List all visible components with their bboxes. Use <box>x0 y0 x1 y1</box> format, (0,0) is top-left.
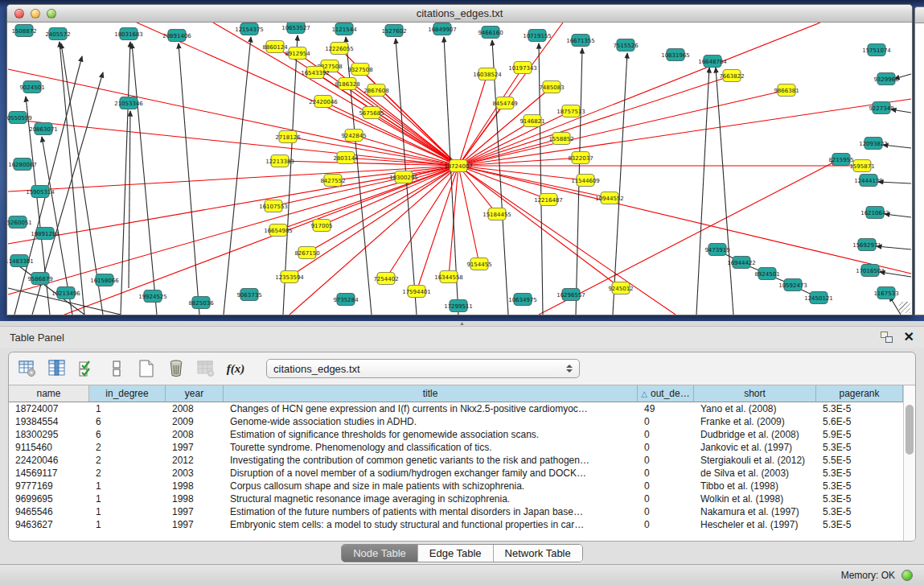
graph-node[interactable]: 17299511 <box>444 300 473 312</box>
merge-rows-icon[interactable] <box>106 358 127 379</box>
graph-node[interactable]: 16344558 <box>434 271 463 283</box>
graph-edge[interactable] <box>878 182 911 183</box>
graph-node[interactable]: 9154455 <box>466 258 491 270</box>
graph-node[interactable]: 10653527 <box>281 23 310 34</box>
column-header-name[interactable]: name <box>9 385 89 402</box>
select-columns-icon[interactable] <box>76 358 97 379</box>
graph-node[interactable]: 12213383 <box>265 155 294 167</box>
graph-edge[interactable] <box>224 37 251 315</box>
graph-node[interactable]: 2803144 <box>333 152 359 164</box>
graph-node[interactable]: 9146821 <box>519 115 544 127</box>
graph-node[interactable]: 9866381 <box>774 84 799 97</box>
graph-node[interactable]: 16107553 <box>259 200 288 212</box>
delete-column-icon[interactable] <box>166 358 187 379</box>
graph-node[interactable]: 1167533 <box>873 287 898 299</box>
graph-node[interactable]: 11544609 <box>571 175 600 187</box>
graph-node[interactable]: 12353594 <box>275 271 304 283</box>
graph-edge[interactable] <box>278 166 458 230</box>
graph-node[interactable]: 9063735 <box>236 289 261 301</box>
graph-node[interactable]: 1121544 <box>331 23 357 35</box>
column-header-out_degree[interactable]: △out_de… <box>638 385 694 402</box>
graph-edge[interactable] <box>290 166 458 315</box>
graph-edge[interactable] <box>458 121 532 166</box>
graph-node[interactable]: 2718126 <box>275 131 301 143</box>
graph-node[interactable]: 1508872 <box>11 25 36 37</box>
graph-edge[interactable] <box>613 53 627 315</box>
graph-node[interactable]: 7485083 <box>539 81 564 93</box>
graph-node[interactable]: 15751074 <box>862 44 891 56</box>
column-header-pagerank[interactable]: pagerank <box>816 385 903 402</box>
graph-edge[interactable] <box>458 76 732 166</box>
graph-node[interactable]: 18031683 <box>114 28 143 40</box>
graph-node[interactable]: 8322037 <box>568 152 593 164</box>
table-row[interactable]: 1830029562008Estimation of significance … <box>9 428 903 441</box>
graph-node[interactable]: 5675685 <box>359 107 384 119</box>
graph-edge[interactable] <box>458 74 487 166</box>
column-header-in_degree[interactable]: in_degree <box>89 385 166 402</box>
graph-node[interactable]: 15184455 <box>483 208 511 220</box>
graph-node[interactable]: 7254402 <box>373 273 398 285</box>
table-vertical-scrollbar[interactable] <box>903 385 915 541</box>
table-row[interactable]: 946554611997Estimation of the future num… <box>9 505 903 518</box>
graph-node[interactable]: 10831965 <box>661 49 690 61</box>
graph-node[interactable]: 19924525 <box>138 290 167 303</box>
graph-node[interactable]: 9327508 <box>347 64 372 76</box>
graph-edge[interactable] <box>458 166 911 274</box>
graph-node[interactable]: 9473919 <box>704 244 729 256</box>
graph-node[interactable]: 9586879 <box>27 273 52 285</box>
function-builder-icon[interactable]: f(x) <box>225 358 246 379</box>
graph-edge[interactable] <box>458 166 479 264</box>
tab-edge-table[interactable]: Edge Table <box>417 545 493 562</box>
graph-node[interactable]: 16849907 <box>428 23 457 35</box>
float-panel-icon[interactable] <box>881 332 893 343</box>
graph-node[interactable]: 10719155 <box>523 30 552 42</box>
graph-node[interactable]: 9466160 <box>478 27 503 39</box>
zoom-window-button[interactable] <box>47 9 56 19</box>
graph-node[interactable]: 2405572 <box>45 28 70 40</box>
graph-node[interactable]: 8215955 <box>828 154 853 166</box>
graph-node[interactable]: 20863071 <box>29 123 58 135</box>
graph-node[interactable]: 22420046 <box>309 96 338 108</box>
graph-node[interactable]: 8186328 <box>335 78 359 90</box>
graph-node[interactable]: 9242845 <box>341 130 366 142</box>
table-row[interactable]: 1872400712008Changes of HCN gene express… <box>9 402 903 415</box>
close-window-button[interactable] <box>14 9 24 19</box>
graph-node[interactable]: 7663822 <box>719 70 744 82</box>
new-column-icon[interactable] <box>136 358 157 379</box>
graph-node[interactable]: 16654985 <box>264 225 293 237</box>
graph-edge[interactable] <box>458 23 820 166</box>
network-canvas[interactable]: 1872400712226055982750881863289327508165… <box>7 23 912 315</box>
graph-node[interactable]: 8912954 <box>285 47 310 60</box>
column-header-short[interactable]: short <box>694 385 816 402</box>
tab-node-table[interactable]: Node Table <box>342 545 417 562</box>
graph-node[interactable]: 15692971 <box>852 239 881 251</box>
graph-node[interactable]: 12154375 <box>235 23 264 35</box>
graph-edge[interactable] <box>61 43 103 315</box>
graph-node[interactable]: 16210643 <box>860 207 889 219</box>
graph-edge[interactable] <box>137 23 458 166</box>
panel-splitter[interactable]: ▲ <box>0 321 924 327</box>
graph-node[interactable]: 9227349 <box>869 102 893 114</box>
table-row[interactable]: 2242004622012Investigating the contribut… <box>9 454 903 467</box>
graph-node[interactable]: 12093822 <box>859 138 888 150</box>
graph-edge[interactable] <box>179 43 199 315</box>
graph-node[interactable]: 10213496 <box>51 287 80 299</box>
table-row[interactable]: 969969511998Structural magnetic resonanc… <box>9 492 903 505</box>
table-selector-dropdown[interactable]: citations_edges.txt <box>266 359 580 378</box>
graph-edge[interactable] <box>891 109 911 113</box>
table-row[interactable]: 1938455462009Genome-wide association stu… <box>9 415 903 428</box>
graph-node[interactable]: 8427552 <box>320 175 345 187</box>
graph-node[interactable]: 9329966 <box>873 73 899 85</box>
background-window-edge[interactable] <box>914 6 924 315</box>
delete-table-icon[interactable] <box>195 358 216 379</box>
graph-node[interactable]: 9735284 <box>333 294 359 306</box>
graph-node[interactable]: 8825036 <box>188 297 214 309</box>
graph-node[interactable]: 917005 <box>311 220 333 232</box>
graph-node[interactable]: 10634975 <box>508 294 537 306</box>
table-row[interactable]: 1456911722003Disruption of a novel membe… <box>9 467 903 480</box>
graph-node[interactable]: 16648784 <box>698 56 727 68</box>
column-visibility-icon[interactable] <box>47 358 68 379</box>
graph-node[interactable]: 21053346 <box>114 97 143 109</box>
graph-node[interactable]: 16671355 <box>566 35 595 47</box>
graph-node[interactable]: 16158066 <box>90 274 119 286</box>
